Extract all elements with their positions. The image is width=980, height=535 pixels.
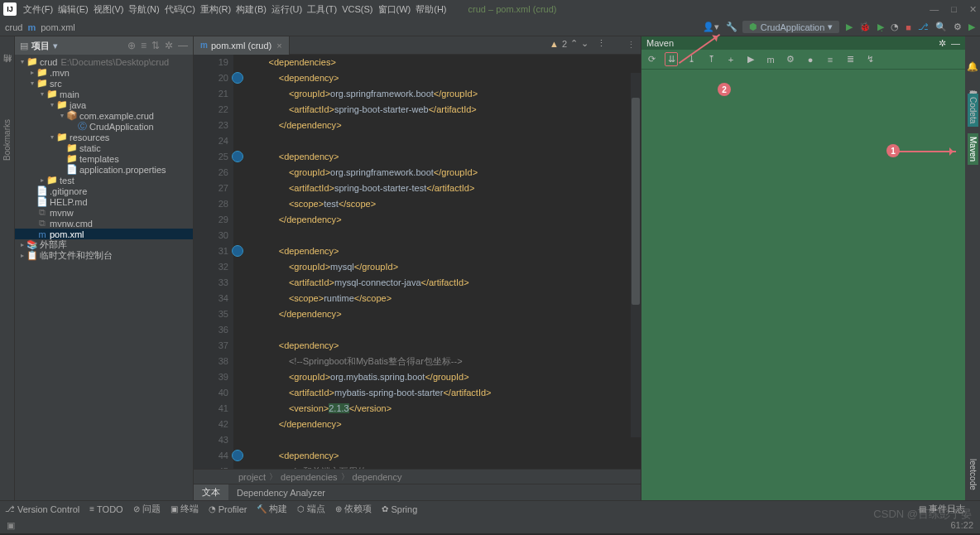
tree-item[interactable]: ⧉mvnw.cmd	[15, 218, 193, 229]
hammer-icon[interactable]: 🔧	[726, 22, 737, 32]
event-log-button[interactable]: ▤事件日志	[919, 503, 965, 515]
editor-body[interactable]: 1920212223242526272829303132333435363738…	[194, 55, 641, 469]
tree-item[interactable]: 📄HELP.md	[15, 196, 193, 207]
tree-item[interactable]: ▾📁crudE:\Documets\Desktop\crud	[15, 56, 193, 67]
editor-tab-pom[interactable]: m pom.xml (crud) ×	[194, 36, 290, 55]
stop-button[interactable]: ■	[906, 22, 911, 32]
code-line[interactable]: <groupId>org.springframework.boot</group…	[248, 86, 641, 102]
code-line[interactable]: <dependency>	[248, 149, 641, 165]
code-line[interactable]: <artifactId>mybatis-spring-boot-starter<…	[248, 385, 641, 401]
menu-8[interactable]: 工具(T)	[307, 4, 337, 14]
menu-3[interactable]: 导航(N)	[128, 4, 159, 14]
line-gutter[interactable]: 1920212223242526272829303132333435363738…	[194, 55, 233, 469]
maven-toolbar-btn-11[interactable]: ↯	[863, 54, 877, 65]
scrollbar-thumb[interactable]	[632, 98, 640, 305]
code-line[interactable]: <version>2.1.3</version>	[248, 401, 641, 417]
ide-button[interactable]: ▶	[968, 22, 975, 32]
left-tool-bookmarks[interactable]: Bookmarks	[2, 119, 12, 161]
tree-item[interactable]: 📄.gitignore	[15, 186, 193, 196]
tree-item[interactable]: 📁static	[15, 142, 193, 153]
settings-button[interactable]: ⚙	[954, 22, 962, 32]
menu-6[interactable]: 构建(B)	[236, 4, 267, 14]
right-tool-leetcode[interactable]: leetcode	[968, 455, 978, 494]
tree-arrow-icon[interactable]: ▸	[18, 252, 26, 259]
maven-toolbar-btn-6[interactable]: m	[764, 55, 777, 65]
menu-2[interactable]: 视图(V)	[94, 4, 124, 14]
maven-toolbar-btn-0[interactable]: ⟳	[645, 54, 658, 65]
code-line[interactable]: <groupId>org.mybatis.spring.boot</groupI…	[248, 369, 641, 385]
maven-settings-icon[interactable]: ✲	[939, 38, 946, 49]
prev-highlight-icon[interactable]: ⌃	[570, 38, 578, 49]
code-line[interactable]: <scope>runtime</scope>	[248, 291, 641, 306]
next-highlight-icon[interactable]: ⌄	[581, 38, 588, 49]
tree-item[interactable]: ▾📁src	[15, 78, 193, 89]
editor-inspections[interactable]: ▲ 2 ⌃ ⌄ ⋮	[550, 38, 606, 49]
gutter-run-icon[interactable]	[232, 72, 243, 84]
maven-toolbar-btn-5[interactable]: ▶	[744, 54, 757, 65]
tree-item[interactable]: ▸📁.mvn	[15, 67, 193, 78]
code-line[interactable]: <dependency>	[248, 448, 641, 464]
breadcrumb-item[interactable]: dependencies	[281, 472, 338, 482]
git-button[interactable]: ⎇	[918, 22, 929, 32]
breadcrumb-file[interactable]: pom.xml	[41, 22, 75, 32]
menu-11[interactable]: 帮助(H)	[416, 4, 446, 14]
menu-5[interactable]: 重构(R)	[200, 4, 231, 14]
code-line[interactable]: <!--和前端交互用的-->	[248, 464, 641, 469]
close-button[interactable]: ✕	[969, 4, 977, 14]
project-dropdown-icon[interactable]: ▾	[53, 41, 58, 51]
tree-arrow-icon[interactable]: ▾	[58, 112, 66, 119]
tree-item[interactable]: ⒸCrudApplication	[15, 121, 193, 132]
code-line[interactable]: <dependency>	[248, 243, 641, 259]
tabs-menu-icon[interactable]: ⋮	[627, 40, 636, 51]
tree-item[interactable]: ⧉mvnw	[15, 207, 193, 218]
notifications-icon[interactable]: 🔔	[967, 61, 978, 72]
coverage-button[interactable]: ▶̣	[877, 22, 884, 32]
bottom-tool-5[interactable]: 🔨构建	[257, 503, 287, 515]
bottom-tool-4[interactable]: ◔Profiler	[209, 503, 247, 515]
maven-toolbar-btn-3[interactable]: ⤒	[704, 54, 718, 65]
tree-arrow-icon[interactable]: ▸	[38, 176, 46, 184]
menu-1[interactable]: 编辑(E)	[58, 4, 89, 14]
run-config-selector[interactable]: ⬢ CrudApplication ▾	[742, 21, 840, 33]
project-header-btn-1[interactable]: ≡	[141, 40, 147, 51]
inspections-menu-icon[interactable]: ⋮	[597, 38, 606, 49]
code-line[interactable]: <!--Springboot和MyBatis整合得ar包坐标-->	[248, 354, 641, 369]
bottom-tool-6[interactable]: ⬡端点	[297, 503, 325, 515]
search-button[interactable]: 🔍	[935, 22, 947, 32]
menu-0[interactable]: 文件(F)	[23, 4, 53, 14]
tree-item[interactable]: 📄application.properties	[15, 164, 193, 175]
tree-arrow-icon[interactable]: ▾	[38, 90, 46, 98]
tree-arrow-icon[interactable]: ▾	[28, 80, 36, 87]
editor-scrollbar[interactable]	[631, 73, 641, 437]
maven-toolbar-btn-8[interactable]: ●	[804, 55, 817, 65]
project-header-btn-2[interactable]: ⇅	[151, 40, 160, 51]
project-view-icon[interactable]: ▤	[20, 41, 28, 51]
tree-item[interactable]: ▾📁java	[15, 99, 193, 110]
code-line[interactable]: </dependency>	[248, 417, 641, 432]
code-line[interactable]	[248, 322, 641, 338]
code-line[interactable]	[248, 133, 641, 149]
breadcrumb-root[interactable]: crud	[5, 22, 22, 32]
debug-button[interactable]: 🐞	[859, 22, 871, 32]
minimize-button[interactable]: —	[930, 4, 939, 14]
tree-arrow-icon[interactable]: ▾	[48, 101, 56, 108]
right-tool-database[interactable]: 数据库	[966, 80, 979, 87]
code-line[interactable]: </dependency>	[248, 212, 641, 228]
right-tool-codota[interactable]: Codeta	[968, 94, 978, 127]
code-line[interactable]: <groupId>mysql</groupId>	[248, 259, 641, 275]
code-line[interactable]: </dependency>	[248, 306, 641, 322]
tree-item[interactable]: ▾📁main	[15, 89, 193, 99]
breadcrumb-item[interactable]: project	[238, 472, 266, 482]
code-line[interactable]: <artifactId>mysql-connector-java</artifa…	[248, 275, 641, 291]
maven-toolbar-btn-1[interactable]: ⇊	[665, 52, 678, 66]
tree-arrow-icon[interactable]: ▾	[18, 58, 26, 65]
menu-9[interactable]: VCS(S)	[342, 4, 372, 14]
tree-item[interactable]: ▾📦com.example.crud	[15, 110, 193, 121]
tab-close-icon[interactable]: ×	[276, 41, 281, 51]
menu-7[interactable]: 运行(U)	[271, 4, 302, 14]
code-line[interactable]: <artifactId>spring-boot-starter-test</ar…	[248, 181, 641, 196]
bottom-tool-0[interactable]: ⎇Version Control	[5, 503, 79, 515]
menu-10[interactable]: 窗口(W)	[378, 4, 411, 14]
code-line[interactable]	[248, 228, 641, 243]
code-line[interactable]: <artifactId>spring-boot-starter-web</art…	[248, 102, 641, 118]
